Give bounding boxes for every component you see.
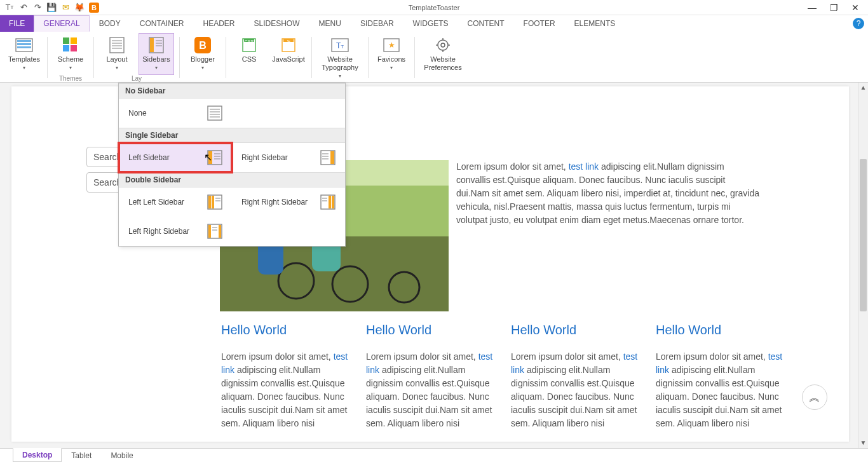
tab-header[interactable]: HEADER: [194, 15, 245, 32]
app-title: TemplateToaster: [409, 4, 460, 11]
dd-label: Left Sidebar: [128, 153, 170, 162]
typography-label: Website Typography: [319, 55, 361, 72]
group-templates: Templates: [3, 33, 46, 82]
templates-icon: [15, 36, 33, 54]
text: adipiscing elit.Nullam dignissim convall…: [366, 365, 492, 428]
scroll-down-icon[interactable]: ▼: [858, 438, 868, 448]
dd-option-none[interactable]: None: [119, 99, 232, 128]
redo-icon[interactable]: ↷: [33, 3, 42, 12]
chevron-up-icon: ︽: [809, 390, 820, 405]
tab-container[interactable]: CONTAINER: [130, 15, 194, 32]
device-tab-tablet[interactable]: Tablet: [62, 449, 101, 462]
tab-slideshow[interactable]: SLIDESHOW: [245, 15, 309, 32]
favicons-button[interactable]: ★ Favicons: [374, 33, 409, 75]
layout-button[interactable]: Layout: [99, 33, 135, 75]
ribbon: Templates Scheme Themes Layout: [0, 32, 868, 83]
svg-rect-8: [110, 37, 124, 53]
layout-icon: [108, 36, 126, 54]
help-icon[interactable]: ?: [853, 18, 864, 29]
group-layout: Layout Sidebars Lay: [95, 33, 178, 82]
dd-option-left-sidebar[interactable]: Left Sidebar: [119, 143, 232, 172]
svg-rect-56: [208, 196, 211, 208]
close-button[interactable]: ✕: [850, 3, 860, 13]
blogger-label: Blogger: [191, 55, 215, 64]
scroll-to-top-button[interactable]: ︽: [802, 384, 827, 410]
svg-text:TT: TT: [336, 41, 344, 50]
svg-rect-6: [63, 45, 69, 51]
ribbon-tabstrip: FILE GENERAL BODY CONTAINER HEADER SLIDE…: [0, 15, 868, 32]
scheme-button[interactable]: Scheme: [53, 33, 88, 75]
dd-option-right-sidebar[interactable]: Right Sidebar: [232, 143, 345, 172]
website-typography-button[interactable]: TT Website Typography: [317, 33, 363, 83]
device-tabs: Desktop Tablet Mobile: [0, 448, 868, 462]
scroll-thumb[interactable]: [860, 159, 867, 311]
maximize-button[interactable]: ❐: [829, 3, 839, 13]
mail-icon[interactable]: ✉: [61, 3, 70, 12]
svg-rect-7: [71, 45, 77, 51]
website-preferences-button[interactable]: Website Preferences: [420, 33, 466, 75]
js-label: JavaScript: [272, 55, 304, 64]
tab-footer[interactable]: FOOTER: [514, 15, 565, 32]
card-title: Hello World: [221, 323, 348, 337]
text-tool-icon[interactable]: TT: [5, 3, 14, 12]
left-left-icon: [207, 194, 222, 210]
svg-point-26: [438, 40, 448, 50]
tab-content[interactable]: CONTENT: [458, 15, 514, 32]
file-tab[interactable]: FILE: [0, 15, 34, 32]
sidebars-label: Sidebars: [142, 55, 170, 64]
device-tab-mobile[interactable]: Mobile: [101, 449, 142, 462]
sidebars-button[interactable]: Sidebars: [139, 33, 174, 75]
card-title: Hello World: [366, 323, 493, 337]
card-2: Hello World Lorem ipsum dolor sit amet, …: [366, 323, 493, 430]
dd-label: Left Right Sidebar: [128, 227, 189, 236]
blogger-button[interactable]: B Blogger: [185, 33, 220, 75]
svg-rect-46: [208, 151, 212, 164]
text: adipiscing elit.Nullam dignissim convall…: [511, 365, 637, 428]
save-icon[interactable]: 💾: [47, 3, 56, 12]
titlebar: TT ↶ ↷ 💾 ✉ 🦊 B TemplateToaster — ❐ ✕: [0, 0, 868, 15]
blogger-icon[interactable]: B: [89, 3, 99, 13]
tab-menu[interactable]: MENU: [309, 15, 351, 32]
tab-body[interactable]: BODY: [90, 15, 130, 32]
minimize-button[interactable]: —: [807, 3, 817, 13]
svg-rect-2: [17, 43, 31, 45]
svg-rect-61: [329, 196, 331, 208]
svg-rect-40: [208, 106, 222, 120]
group-lang: CSS CSS Js JavaScript: [227, 33, 310, 82]
firefox-icon[interactable]: 🦊: [75, 3, 84, 12]
left-sidebar-icon: [207, 150, 222, 165]
cards-row: Hello World Lorem ipsum dolor sit amet, …: [221, 323, 849, 430]
svg-rect-62: [332, 196, 334, 208]
card-1: Hello World Lorem ipsum dolor sit amet, …: [221, 323, 348, 430]
preferences-label: Website Preferences: [422, 55, 464, 72]
device-tab-desktop[interactable]: Desktop: [13, 448, 62, 462]
hero-test-link[interactable]: test link: [569, 161, 599, 172]
svg-rect-51: [330, 151, 334, 164]
group-platform: B Blogger: [181, 33, 224, 82]
layout-label: Layout: [106, 55, 127, 64]
css-button[interactable]: CSS CSS: [231, 33, 267, 74]
tab-elements[interactable]: ELEMENTS: [565, 15, 625, 32]
dd-option-right-right[interactable]: Right Right Sidebar: [232, 187, 345, 217]
tab-sidebar[interactable]: SIDEBAR: [351, 15, 403, 32]
group-typography: TT Website Typography: [313, 33, 367, 82]
tab-widgets[interactable]: WIDGETS: [403, 15, 458, 32]
search-label: Search: [93, 177, 121, 187]
favicons-icon: ★: [383, 36, 400, 54]
undo-icon[interactable]: ↶: [19, 3, 28, 12]
window-controls: — ❐ ✕: [807, 3, 868, 13]
dd-section-no-sidebar: No Sidebar: [119, 83, 345, 99]
templates-button[interactable]: Templates: [6, 33, 42, 75]
css-label: CSS: [242, 55, 257, 64]
javascript-button[interactable]: Js JavaScript: [271, 33, 306, 74]
dd-label: None: [128, 109, 147, 118]
svg-rect-66: [208, 225, 211, 238]
svg-rect-4: [63, 37, 69, 44]
scroll-up-icon[interactable]: ▲: [858, 83, 868, 93]
vertical-scrollbar[interactable]: ▲ ▼: [858, 83, 868, 448]
dd-option-left-right[interactable]: Left Right Sidebar: [119, 217, 232, 246]
tab-general[interactable]: GENERAL: [34, 15, 89, 32]
svg-rect-3: [17, 46, 31, 48]
dd-option-left-left[interactable]: Left Left Sidebar: [119, 187, 232, 217]
text: adipiscing elit.Nullam dignissim convall…: [656, 365, 782, 428]
